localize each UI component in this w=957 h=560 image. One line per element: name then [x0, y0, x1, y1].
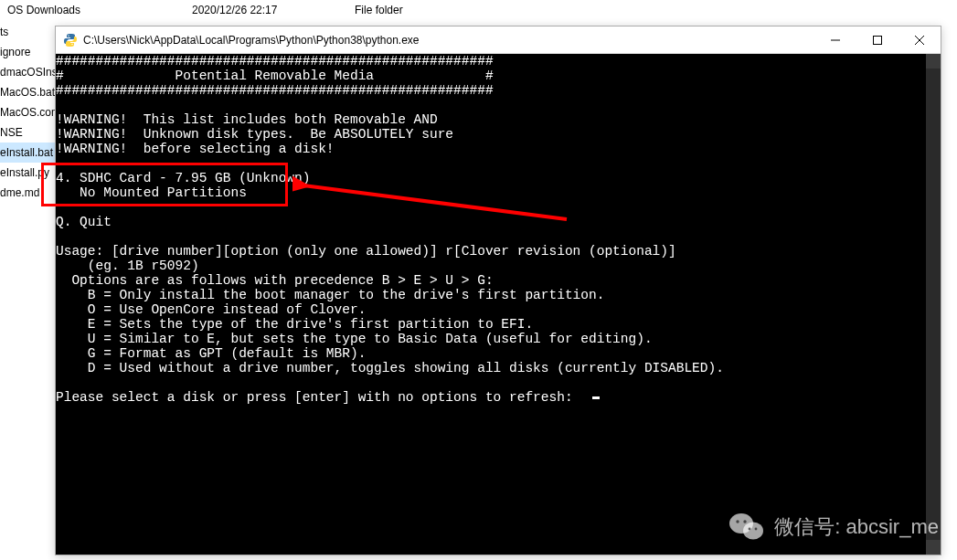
console-line: Q. Quit [56, 215, 112, 229]
svg-point-9 [744, 520, 747, 523]
minimize-button[interactable] [814, 26, 856, 53]
console-line: Usage: [drive number][option (only one a… [56, 244, 676, 259]
list-item[interactable]: dme.md [0, 183, 55, 203]
console-line: (eg. 1B r5092) [56, 259, 199, 273]
console-line: !WARNING! Unknown disk types. Be ABSOLUT… [56, 127, 453, 142]
watermark: 微信号: abcsir_me [728, 511, 939, 544]
svg-point-10 [749, 528, 751, 531]
explorer-row-date: 2020/12/26 22:17 [192, 4, 277, 16]
window-controls [814, 26, 941, 53]
explorer-sidebar: ts ignore dmacOSInstall MacOS.bat MacOS.… [0, 22, 55, 203]
list-item[interactable]: MacOS.com [0, 102, 55, 122]
console-line: 4. SDHC Card - 7.95 GB (Unknown) [56, 171, 310, 185]
scrollbar[interactable] [926, 54, 941, 555]
svg-point-8 [737, 520, 739, 523]
console-output[interactable]: ########################################… [56, 54, 941, 555]
list-item[interactable]: MacOS.bat [0, 82, 55, 102]
wechat-icon [728, 511, 765, 544]
console-line: ########################################… [56, 83, 494, 98]
list-item[interactable]: NSE [0, 122, 55, 143]
list-item[interactable]: ts [0, 22, 55, 42]
console-line: Options are as follows with precedence B… [56, 273, 494, 288]
console-line: E = Sets the type of the drive's first p… [56, 317, 533, 332]
console-line: No Mounted Partitions [56, 185, 247, 200]
explorer-row[interactable]: OS Downloads 2020/12/26 22:17 File folde… [0, 0, 957, 20]
console-line: O = Use OpenCore instead of Clover. [56, 302, 366, 317]
list-item[interactable]: dmacOSInstall [0, 62, 55, 82]
window-title: C:\Users\Nick\AppData\Local\Programs\Pyt… [83, 34, 814, 47]
list-item[interactable]: eInstall.py [0, 163, 55, 183]
console-prompt: Please select a disk or press [enter] wi… [56, 390, 589, 405]
list-item[interactable]: ignore [0, 42, 55, 62]
console-line: # Potential Removable Media # [56, 69, 494, 83]
console-line: B = Only install the boot manager to the… [56, 288, 604, 302]
svg-point-11 [755, 528, 758, 531]
console-line: G = Format as GPT (default is MBR). [56, 346, 366, 361]
console-line: ########################################… [56, 54, 494, 69]
close-button[interactable] [899, 26, 941, 53]
list-item[interactable]: eInstall.bat [0, 143, 55, 163]
console-line: D = Used without a drive number, toggles… [56, 361, 724, 375]
python-icon [63, 33, 78, 48]
watermark-label: 微信号: abcsir_me [774, 513, 939, 541]
cursor-icon [592, 396, 600, 399]
window-titlebar[interactable]: C:\Users\Nick\AppData\Local\Programs\Pyt… [56, 26, 941, 54]
explorer-row-type: File folder [355, 4, 403, 16]
console-line: !WARNING! before selecting a disk! [56, 142, 335, 156]
maximize-button[interactable] [856, 26, 899, 53]
svg-rect-1 [874, 36, 882, 44]
console-line: U = Similar to E, but sets the type to B… [56, 332, 653, 346]
explorer-row-name: OS Downloads [7, 4, 190, 16]
console-window: C:\Users\Nick\AppData\Local\Programs\Pyt… [55, 26, 941, 555]
console-line: !WARNING! This list includes both Remova… [56, 112, 438, 127]
svg-point-7 [743, 523, 763, 540]
